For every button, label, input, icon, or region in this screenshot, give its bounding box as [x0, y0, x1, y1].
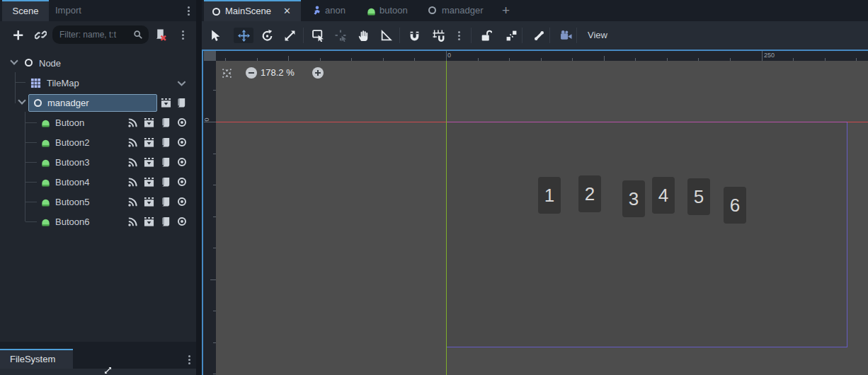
- groups-icon[interactable]: [144, 217, 154, 227]
- script-icon[interactable]: [161, 117, 171, 128]
- pivot-tool-button[interactable]: [333, 28, 348, 43]
- tree-row-tilemap[interactable]: TileMap: [0, 73, 196, 93]
- groups-icon[interactable]: [144, 157, 154, 168]
- groups-icon[interactable]: [144, 137, 154, 148]
- ruler-label: 0: [447, 52, 451, 59]
- scale-tool-button[interactable]: [282, 28, 297, 43]
- v-ruler[interactable]: 0: [204, 61, 216, 375]
- visibility-icon[interactable]: [178, 217, 186, 226]
- tree-row-manadger[interactable]: [0, 93, 196, 112]
- tree-row-butoon4[interactable]: Butoon4: [0, 172, 196, 192]
- butoon-label: Butoon4: [55, 177, 89, 188]
- scene-tree-toolbar: [0, 21, 196, 48]
- instance-scene-icon[interactable]: [35, 29, 47, 41]
- tree-row-butoon6[interactable]: Butoon6: [0, 212, 196, 231]
- canvas-2d[interactable]: 178.2 % 1 2 3 4 5 6: [216, 61, 868, 375]
- new-scene-tab-button[interactable]: +: [502, 0, 510, 21]
- chevron-down-icon[interactable]: [176, 78, 187, 88]
- main-viewport-column: MainScene ✕ anon butoon manadger +: [202, 0, 868, 375]
- groups-icon[interactable]: [144, 177, 154, 188]
- grid-snap-button[interactable]: [430, 28, 446, 43]
- rotate-tool-button[interactable]: [259, 28, 275, 43]
- zoom-in-button[interactable]: [312, 67, 324, 79]
- scene-button-2: 2: [578, 175, 601, 212]
- canvas-toolbar: View: [202, 21, 868, 50]
- tree-row-butoon3[interactable]: Butoon3: [0, 152, 196, 172]
- move-tool-button[interactable]: [234, 28, 253, 43]
- visibility-icon[interactable]: [178, 197, 186, 206]
- script-icon[interactable]: [176, 98, 187, 108]
- tab-scene[interactable]: Scene: [2, 0, 49, 21]
- tilemap-label: TileMap: [47, 78, 79, 88]
- scene-tab-mainscene[interactable]: MainScene ✕: [204, 0, 301, 21]
- signal-icon[interactable]: [127, 117, 138, 128]
- signal-icon[interactable]: [127, 137, 138, 148]
- select-tool-button[interactable]: [207, 28, 223, 43]
- tree-row-butoon[interactable]: Butoon: [0, 112, 196, 132]
- dock-menu-icon[interactable]: [188, 6, 190, 8]
- visibility-icon[interactable]: [178, 118, 186, 127]
- groups-icon[interactable]: [161, 98, 171, 108]
- filesystem-menu-icon[interactable]: [188, 355, 190, 357]
- scene-button-6: 6: [724, 187, 746, 224]
- script-icon[interactable]: [161, 217, 171, 227]
- script-icon[interactable]: [161, 157, 171, 168]
- signal-icon[interactable]: [127, 157, 138, 168]
- tree-menu-icon[interactable]: [182, 30, 184, 33]
- scene-button-1: 1: [538, 177, 561, 214]
- skeleton-button[interactable]: [531, 28, 547, 43]
- search-icon: [133, 30, 143, 40]
- close-icon[interactable]: ✕: [283, 1, 291, 22]
- script-icon[interactable]: [161, 137, 171, 148]
- butoon-label: Butoon: [55, 117, 84, 128]
- detach-script-icon[interactable]: [154, 29, 166, 41]
- smart-snap-button[interactable]: [406, 28, 422, 43]
- groups-icon[interactable]: [144, 117, 154, 128]
- node-icon: [428, 6, 436, 14]
- script-icon[interactable]: [161, 177, 171, 188]
- tree-row-node[interactable]: Node: [0, 53, 196, 73]
- list-select-button[interactable]: [310, 28, 326, 43]
- button-node-icon: [40, 157, 51, 168]
- button-node-icon: [366, 6, 377, 16]
- camera-override-button[interactable]: [558, 28, 573, 43]
- script-icon[interactable]: [161, 197, 171, 207]
- center-view-icon[interactable]: [221, 67, 233, 79]
- dock-separator: [0, 342, 196, 349]
- tree-row-butoon5[interactable]: Butoon5: [0, 192, 196, 212]
- view-menu-button[interactable]: View: [588, 21, 607, 50]
- scene-tab-label: anon: [325, 0, 346, 21]
- add-node-icon[interactable]: [12, 29, 24, 41]
- ruler-tool-button[interactable]: [378, 28, 394, 43]
- filesystem-dock: FileSystem: [0, 349, 196, 375]
- rename-input[interactable]: [47, 95, 154, 111]
- pan-tool-button[interactable]: [355, 28, 371, 43]
- scene-tab-label: MainScene: [225, 1, 271, 21]
- scene-button-4: 4: [652, 177, 675, 214]
- viewport-2d: 0 250 0 178.2 % 1 2 3 4 5 6: [202, 50, 868, 375]
- scene-dock: Scene Import Node TileMap: [0, 0, 196, 375]
- group-button[interactable]: [503, 28, 519, 43]
- visibility-icon[interactable]: [178, 138, 186, 146]
- zoom-level-label[interactable]: 178.2 %: [261, 67, 295, 79]
- groups-icon[interactable]: [144, 197, 154, 207]
- collapse-icon[interactable]: [18, 96, 25, 104]
- tab-import[interactable]: Import: [55, 0, 81, 21]
- dock-splitter[interactable]: [196, 0, 202, 375]
- ruler-label: 250: [764, 52, 775, 59]
- tree-row-butoon2[interactable]: Butoon2: [0, 132, 196, 152]
- visibility-icon[interactable]: [178, 178, 186, 186]
- h-ruler[interactable]: 0 250: [216, 51, 868, 61]
- filesystem-split-icon[interactable]: [104, 367, 112, 374]
- viewport-focus-border: [202, 50, 203, 375]
- snap-options-icon[interactable]: [451, 28, 467, 43]
- signal-icon[interactable]: [127, 177, 138, 188]
- zoom-out-button[interactable]: [246, 67, 257, 79]
- signal-icon[interactable]: [127, 197, 138, 207]
- signal-icon[interactable]: [127, 217, 138, 227]
- button-node-icon: [40, 197, 51, 207]
- visibility-icon[interactable]: [178, 158, 186, 166]
- collapse-icon[interactable]: [10, 57, 18, 64]
- lock-button[interactable]: [478, 28, 493, 43]
- tab-filesystem[interactable]: FileSystem: [0, 349, 73, 369]
